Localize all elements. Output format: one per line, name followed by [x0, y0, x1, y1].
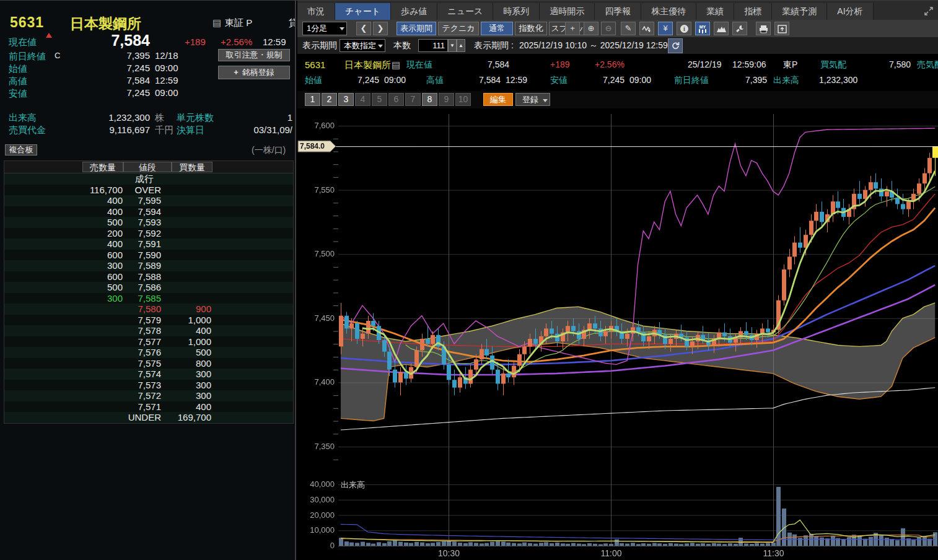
chart-open-label: 始値 — [305, 75, 322, 86]
mountain-chart-icon[interactable] — [714, 22, 729, 35]
chart-prev-label: 前日終値 — [674, 75, 709, 86]
open-value: 7,245 — [93, 63, 150, 73]
order-book-row[interactable]: 7,5771,000 — [4, 336, 293, 348]
tab-3[interactable]: 歩み値 — [391, 3, 437, 20]
tab-9[interactable]: 業績 — [696, 3, 734, 20]
tab-12[interactable]: AI分析 — [827, 3, 873, 20]
chart-cur-label: 現在値 — [406, 59, 432, 71]
tab-5[interactable]: 時系列 — [493, 3, 540, 20]
chart-stock-name: 日本製鋼所 — [344, 59, 391, 71]
page-button-9[interactable]: 9 — [439, 93, 454, 106]
toggle-3[interactable]: 通常 — [481, 22, 513, 35]
bid-label: 買気配 — [820, 59, 846, 71]
register-stock-button[interactable]: +銘柄登録 — [218, 66, 290, 79]
register-button[interactable]: 登録 — [515, 93, 550, 106]
tab-2[interactable]: チャート — [335, 3, 391, 20]
order-book-row[interactable]: 7,578400 — [4, 325, 293, 336]
chart-canvas[interactable] — [297, 109, 938, 560]
low-label: 安値 — [9, 88, 27, 100]
toggle-1[interactable]: 表示期間 — [397, 22, 436, 35]
trade-caution-button[interactable]: 取引注意・規制 — [218, 49, 290, 61]
tab-11[interactable]: 業績予測 — [772, 3, 827, 20]
order-book-row[interactable]: 7,574300 — [4, 369, 293, 380]
high-value: 7,584 — [93, 75, 150, 85]
chart-prev-value: 7,395 — [726, 75, 767, 85]
edit-button[interactable]: 編集 — [483, 93, 513, 106]
print-icon[interactable] — [756, 22, 771, 35]
draw-pencil-icon[interactable]: ✎ — [621, 22, 636, 35]
page-button-5[interactable]: 5 — [372, 93, 387, 106]
page-button-2[interactable]: 2 — [322, 93, 337, 106]
trend-cursor-icon[interactable] — [639, 22, 654, 35]
prev-button[interactable]: ❮ — [356, 22, 371, 35]
timeframe-select[interactable]: 1分足 — [302, 22, 347, 35]
toggle-2[interactable]: テクニカル — [438, 22, 479, 35]
count-up-button[interactable]: ▲ — [457, 39, 465, 52]
order-book-row[interactable]: 5007,593 — [4, 217, 293, 228]
buy-qty-header: 買数量 — [172, 162, 213, 172]
zoom-in-icon[interactable]: ⊕ — [584, 22, 598, 35]
page-button-10[interactable]: 10 — [455, 93, 471, 106]
prev-close-value: 7,395 — [93, 50, 150, 61]
toggle-4[interactable]: 指数化 — [515, 22, 547, 35]
order-book-row[interactable]: UNDER169,700 — [4, 412, 293, 423]
period-mode-select[interactable]: 本数指定 — [340, 39, 385, 52]
composite-board-button[interactable]: 複合板 — [5, 144, 37, 155]
order-book-row[interactable]: 5007,586 — [4, 282, 293, 293]
order-book-row[interactable]: 4007,595 — [4, 195, 293, 206]
page-button-8[interactable]: 8 — [422, 93, 437, 106]
tab-1[interactable]: 市況 — [297, 3, 335, 20]
chart-low-value: 7,245 — [584, 75, 625, 85]
order-book-row[interactable]: 3007,589 — [4, 260, 293, 271]
order-book-row[interactable]: 3007,585 — [4, 293, 293, 304]
sell-qty: 116,700 — [90, 185, 123, 196]
chart-date: 25/12/19 — [688, 59, 722, 69]
order-book-row[interactable]: 2007,592 — [4, 228, 293, 239]
order-book-row[interactable]: 7,576500 — [4, 347, 293, 358]
tab-10[interactable]: 指標 — [734, 3, 772, 20]
page-button-1[interactable]: 1 — [305, 93, 320, 106]
tab-4[interactable]: ニュース — [437, 3, 493, 20]
chart-low-label: 安値 — [550, 75, 568, 86]
period-range-label: 表示期間 : — [474, 40, 514, 51]
reload-icon[interactable] — [668, 38, 683, 53]
order-book-row[interactable]: 7,575800 — [4, 358, 293, 369]
page-button-4[interactable]: 4 — [355, 93, 370, 106]
expand-icon[interactable] — [924, 5, 933, 16]
chart-time: 12:59:06 — [732, 59, 766, 69]
price-header: 値段 — [123, 162, 172, 172]
sell-qty: 400 — [107, 206, 123, 217]
order-book-row[interactable]: 4007,591 — [4, 238, 293, 250]
export-window-icon[interactable] — [774, 22, 789, 35]
order-book-row[interactable]: 4007,594 — [4, 206, 293, 217]
order-book-row[interactable]: 成行 — [4, 173, 293, 185]
order-book-row[interactable]: 7,572300 — [4, 390, 293, 401]
info-icon[interactable]: i — [677, 22, 691, 35]
quote-panel: 5631 日本製鋼所 ▤ 東証 P 貸 現在値 7,584 +189 +2.56… — [0, 1, 296, 560]
bar-count-input[interactable]: 111 — [418, 39, 448, 52]
price: 7,590 — [138, 250, 161, 261]
order-book-row[interactable]: 6007,588 — [4, 271, 293, 282]
period-range-value: 2025/12/19 10:10 ～ 2025/12/19 12:59 — [519, 40, 668, 51]
page-button-3[interactable]: 3 — [338, 93, 354, 106]
tab-8[interactable]: 株主優待 — [641, 3, 696, 20]
my-indicator-icon[interactable]: MY — [695, 22, 710, 35]
price: 7,593 — [138, 217, 161, 228]
order-book-row[interactable]: 7,571400 — [4, 401, 293, 413]
sell-qty: 300 — [107, 260, 123, 271]
page-button-7[interactable]: 7 — [405, 93, 421, 106]
tab-6[interactable]: 適時開示 — [540, 3, 595, 20]
order-book-row[interactable]: 7,580900 — [4, 304, 293, 315]
order-book-row[interactable]: 116,700OVER — [4, 185, 293, 196]
count-down-button[interactable]: ▼ — [448, 39, 457, 52]
next-button[interactable]: ❯ — [373, 22, 388, 35]
tab-7[interactable]: 四季報 — [595, 3, 641, 20]
page-button-6[interactable]: 6 — [388, 93, 404, 106]
order-book-row[interactable]: 6007,590 — [4, 250, 293, 261]
crosshair-icon[interactable]: + — [565, 22, 580, 35]
order-book-row[interactable]: 7,573300 — [4, 380, 293, 391]
settings-wrench-icon[interactable] — [732, 22, 747, 35]
yen-display-icon[interactable]: ¥ — [658, 22, 673, 35]
order-book-row[interactable]: 7,5791,000 — [4, 315, 293, 326]
zoom-out-icon[interactable]: ⊖ — [601, 22, 616, 35]
